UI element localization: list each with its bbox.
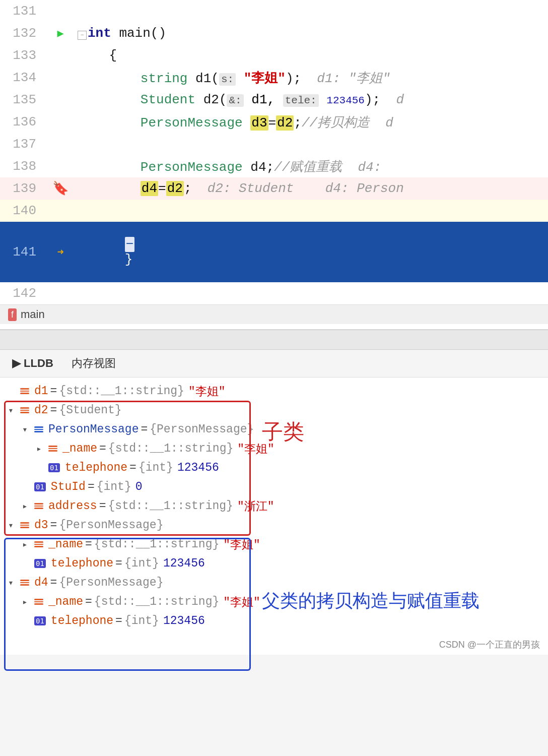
line-gutter-arrow: ➜: [45, 245, 76, 259]
var-row-d3: d3 = {PersonMessage}: [0, 516, 548, 535]
var-row-d3-name: _name = {std::__1::string} "李姐": [0, 535, 548, 554]
expand-d4[interactable]: [8, 577, 16, 588]
var-name-d2-pm: PersonMessage: [48, 423, 139, 436]
var-row-d2: d2 = {Student}: [0, 401, 548, 420]
var-icon-01-d2-stuid: 01: [34, 482, 46, 491]
expand-d3[interactable]: [8, 520, 16, 531]
code-content: {: [76, 48, 548, 63]
code-line-137: 137: [0, 133, 548, 155]
var-icon-d3: [20, 522, 29, 528]
var-row-d2-addr: address = {std::__1::string} "浙江": [0, 496, 548, 516]
expand-d2[interactable]: [8, 405, 16, 416]
line-gutter-breakpoint[interactable]: 🔖: [45, 180, 76, 197]
line-number: 140: [0, 203, 45, 218]
var-name-d3-name: _name: [48, 538, 83, 551]
var-icon-01-d4-tel: 01: [34, 616, 46, 625]
var-row-d2-stuid: 01 StuId = {int} 0: [0, 477, 548, 496]
var-icon-d2-addr: [34, 503, 43, 509]
line-number: 141: [0, 244, 45, 260]
var-name-d2-addr: address: [48, 499, 97, 513]
code-content: PersonMessage d4;//赋值重载 d4:: [76, 158, 548, 175]
var-row-d4: d4 = {PersonMessage}: [0, 573, 548, 592]
expand-d3-name[interactable]: [22, 539, 30, 550]
breakpoint-icon[interactable]: 🔖: [52, 180, 68, 197]
line-number: 135: [0, 92, 45, 107]
footer: CSDN @一个正直的男孩: [0, 635, 548, 655]
var-name-d2-pm-name: _name: [62, 442, 97, 455]
var-name-d2-pm-tel: telephone: [65, 461, 127, 474]
line-number: 138: [0, 159, 45, 174]
code-content: −int main(): [76, 26, 548, 41]
var-name-d3: d3: [34, 519, 48, 532]
line-number: 131: [0, 4, 45, 19]
expand-d4-name[interactable]: [22, 596, 30, 607]
code-line-133: 133 {: [0, 44, 548, 67]
var-icon-d3-name: [34, 541, 43, 547]
code-line-141: 141 ➜ − }: [0, 222, 548, 282]
code-line-142: 142: [0, 282, 548, 304]
code-line-135: 135 Student d2(&: d1, tele: 123456); d: [0, 89, 548, 111]
line-number: 136: [0, 114, 45, 130]
code-line-139: 139 🔖 d4=d2; d2: Student d4: Person: [0, 177, 548, 200]
code-editor: 131 132 ▶ −int main() 133 { 134 string d…: [0, 0, 548, 330]
func-badge: f: [8, 308, 17, 321]
code-content: d4=d2; d2: Student d4: Person: [76, 181, 548, 196]
separator: [0, 330, 548, 350]
fold-icon[interactable]: −: [78, 31, 87, 40]
code-content: Student d2(&: d1, tele: 123456); d: [76, 92, 548, 107]
var-icon-01-d2-pm-tel: 01: [48, 463, 60, 472]
var-row-d4-tel: 01 telephone = {int} 123456: [0, 611, 548, 631]
debug-vars: d1 = {std::__1::string} "李姐" d2 = {Stude…: [0, 377, 548, 635]
var-name-d4-name: _name: [48, 595, 83, 608]
code-content: PersonMessage d3=d2;//拷贝构造 d: [76, 113, 548, 131]
code-line-132: 132 ▶ −int main(): [0, 22, 548, 44]
var-icon-01-d3-tel: 01: [34, 559, 46, 568]
run-arrow-icon[interactable]: ▶: [57, 27, 63, 40]
code-line-138: 138 PersonMessage d4;//赋值重载 d4:: [0, 155, 548, 177]
var-name-d4: d4: [34, 576, 48, 589]
var-row-d2-pm-tel: 01 telephone = {int} 123456: [0, 458, 548, 477]
expand-d2-pm-name[interactable]: [36, 443, 44, 454]
var-row-d2-pm-name: _name = {std::__1::string} "李姐": [0, 439, 548, 458]
line-number: 133: [0, 48, 45, 63]
code-line-136: 136 PersonMessage d3=d2;//拷贝构造 d: [0, 111, 548, 133]
var-icon-d2: [20, 407, 29, 413]
debug-tabs: ▶ LLDB 内存视图: [0, 350, 548, 377]
line-number: 137: [0, 137, 45, 152]
var-icon-d2-pm-name: [48, 446, 57, 452]
code-content: string d1(s: "李姐"); d1: "李姐": [76, 69, 548, 87]
code-line-134: 134 string d1(s: "李姐"); d1: "李姐": [0, 67, 548, 89]
tab-lldb[interactable]: ▶ LLDB: [8, 355, 57, 372]
var-name-d4-tel: telephone: [51, 614, 113, 627]
line-number: 142: [0, 286, 45, 301]
code-content: − }: [76, 222, 548, 282]
current-line-arrow-icon: ➜: [57, 245, 63, 259]
footer-text: CSDN @一个正直的男孩: [439, 639, 540, 651]
line-number: 132: [0, 26, 45, 41]
var-row-d1: d1 = {std::__1::string} "李姐": [0, 382, 548, 401]
code-line-131: 131: [0, 0, 548, 22]
line-gutter-run[interactable]: ▶: [45, 27, 76, 40]
var-icon-d4-name: [34, 599, 43, 605]
var-icon-d1: [20, 388, 29, 394]
var-name-d2-stuid: StuId: [51, 480, 86, 493]
line-number: 134: [0, 70, 45, 85]
var-row-d2-pm: PersonMessage = {PersonMessage}: [0, 420, 548, 439]
expand-d2-addr[interactable]: [22, 500, 30, 512]
var-name-d1: d1: [34, 385, 48, 398]
breadcrumb-text: main: [21, 308, 45, 321]
var-row-d3-tel: 01 telephone = {int} 123456: [0, 554, 548, 573]
var-icon-d4: [20, 580, 29, 586]
breadcrumb-bar: f main: [0, 304, 548, 324]
tab-memory-view[interactable]: 内存视图: [67, 354, 120, 373]
var-row-d4-name: _name = {std::__1::string} "李姐": [0, 592, 548, 611]
var-name-d3-tel: telephone: [51, 557, 113, 570]
var-name-d2: d2: [34, 404, 48, 417]
line-number: 139: [0, 181, 45, 196]
fold-icon-blue[interactable]: −: [125, 237, 135, 252]
debug-panel: ▶ LLDB 内存视图 d1 = {std::__1::string} "李姐": [0, 350, 548, 655]
var-icon-d2-pm: [34, 426, 43, 432]
expand-d2-pm[interactable]: [22, 424, 30, 435]
code-line-140: 140: [0, 200, 548, 222]
debug-vars-container: d1 = {std::__1::string} "李姐" d2 = {Stude…: [0, 377, 548, 635]
